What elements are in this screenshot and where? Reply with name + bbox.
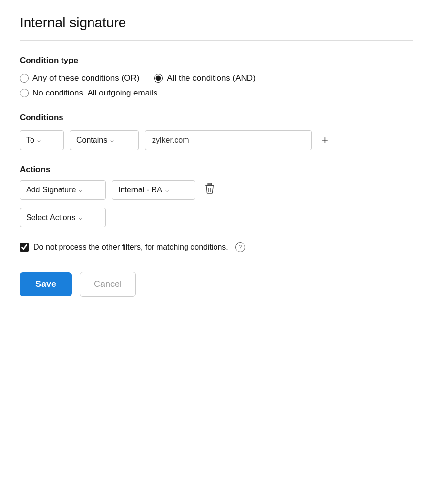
field-dropdown-chevron-icon: ⌵ [37, 137, 41, 144]
conditions-label: Conditions [20, 113, 413, 123]
condition-value-input[interactable] [145, 130, 312, 150]
radio-row-1: Any of these conditions (OR) All the con… [20, 73, 413, 83]
delete-action-button[interactable] [201, 180, 218, 200]
action-type-dropdown[interactable]: Add Signature ⌵ [20, 180, 106, 200]
radio-and[interactable]: All the conditions (AND) [154, 73, 255, 83]
no-process-checkbox[interactable] [20, 243, 29, 252]
action-row: Add Signature ⌵ Internal - RA ⌵ [20, 180, 413, 200]
radio-or[interactable]: Any of these conditions (OR) [20, 73, 139, 83]
select-actions-chevron-icon: ⌵ [79, 214, 82, 221]
field-dropdown-value: To [26, 136, 34, 145]
field-dropdown[interactable]: To ⌵ [20, 130, 64, 150]
condition-type-section: Condition type Any of these conditions (… [20, 56, 413, 98]
radio-none-input[interactable] [20, 89, 29, 97]
checkbox-row: Do not process the other filters, for ma… [20, 242, 413, 252]
page-title: Internal signature [20, 15, 413, 41]
conditions-section: Conditions To ⌵ Contains ⌵ + [20, 113, 413, 150]
radio-and-label: All the conditions (AND) [167, 73, 255, 83]
cancel-button[interactable]: Cancel [80, 272, 136, 297]
help-icon[interactable]: ? [235, 242, 245, 252]
svg-rect-0 [208, 183, 212, 185]
operator-dropdown-chevron-icon: ⌵ [110, 137, 114, 144]
actions-section: Actions Add Signature ⌵ Internal - RA ⌵ … [20, 165, 413, 227]
radio-or-input[interactable] [20, 74, 29, 83]
operator-dropdown[interactable]: Contains ⌵ [70, 130, 139, 150]
radio-none-label: No conditions. All outgoing emails. [32, 88, 160, 98]
trash-icon [204, 183, 215, 194]
radio-or-label: Any of these conditions (OR) [32, 73, 139, 83]
radio-group: Any of these conditions (OR) All the con… [20, 73, 413, 98]
condition-type-label: Condition type [20, 56, 413, 65]
select-actions-dropdown[interactable]: Select Actions ⌵ [20, 208, 106, 227]
select-actions-row: Select Actions ⌵ [20, 208, 413, 227]
radio-none[interactable]: No conditions. All outgoing emails. [20, 88, 160, 98]
operator-dropdown-value: Contains [76, 136, 107, 145]
action-value-dropdown[interactable]: Internal - RA ⌵ [112, 180, 195, 200]
action-value-dropdown-value: Internal - RA [118, 186, 162, 194]
add-condition-button[interactable]: + [318, 132, 332, 149]
action-value-chevron-icon: ⌵ [165, 187, 169, 193]
condition-row: To ⌵ Contains ⌵ + [20, 130, 413, 150]
select-actions-label: Select Actions [26, 213, 76, 222]
button-row: Save Cancel [20, 272, 413, 297]
svg-rect-1 [205, 185, 214, 186]
no-process-label: Do not process the other filters, for ma… [33, 243, 228, 252]
actions-label: Actions [20, 165, 413, 175]
action-type-dropdown-value: Add Signature [26, 186, 76, 194]
action-type-chevron-icon: ⌵ [79, 187, 82, 193]
radio-and-input[interactable] [154, 74, 163, 83]
radio-row-2: No conditions. All outgoing emails. [20, 88, 413, 98]
save-button[interactable]: Save [20, 272, 72, 296]
